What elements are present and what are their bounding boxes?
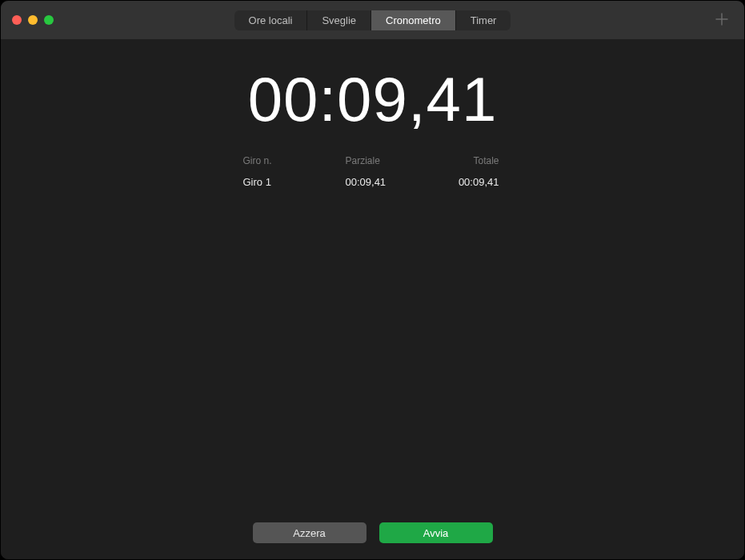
tab-timer[interactable]: Timer [456, 10, 511, 30]
header-split: Parziale [330, 155, 416, 166]
segmented-control: Ore locali Sveglie Cronometro Timer [234, 10, 511, 30]
elapsed-time: 00:09,41 [248, 63, 498, 136]
close-window-button[interactable] [12, 15, 22, 25]
lap-total-time: 00:09,41 [416, 176, 503, 188]
lap-split-time: 00:09,41 [330, 176, 416, 188]
footer-buttons: Azzera Avvia [253, 522, 493, 543]
start-button[interactable]: Avvia [379, 522, 493, 543]
plus-icon [715, 10, 728, 30]
tab-stopwatch[interactable]: Cronometro [371, 10, 456, 30]
zoom-window-button[interactable] [44, 15, 54, 25]
reset-button[interactable]: Azzera [253, 522, 366, 543]
lap-row: Giro 1 00:09,41 00:09,41 [237, 171, 509, 193]
tab-alarms[interactable]: Sveglie [307, 10, 371, 30]
header-lap-number: Giro n. [243, 155, 330, 166]
window-controls [12, 15, 54, 25]
lap-name: Giro 1 [243, 176, 330, 188]
header-total: Totale [416, 155, 503, 166]
laps-list: Giro n. Parziale Totale Giro 1 00:09,41 … [237, 150, 509, 193]
add-button[interactable] [711, 9, 733, 31]
app-window: Ore locali Sveglie Cronometro Timer 00:0… [0, 0, 745, 560]
laps-header: Giro n. Parziale Totale [237, 150, 509, 171]
titlebar: Ore locali Sveglie Cronometro Timer [1, 1, 744, 39]
minimize-window-button[interactable] [28, 15, 38, 25]
tab-world-clock[interactable]: Ore locali [234, 10, 308, 30]
stopwatch-content: 00:09,41 Giro n. Parziale Totale Giro 1 … [1, 39, 744, 559]
